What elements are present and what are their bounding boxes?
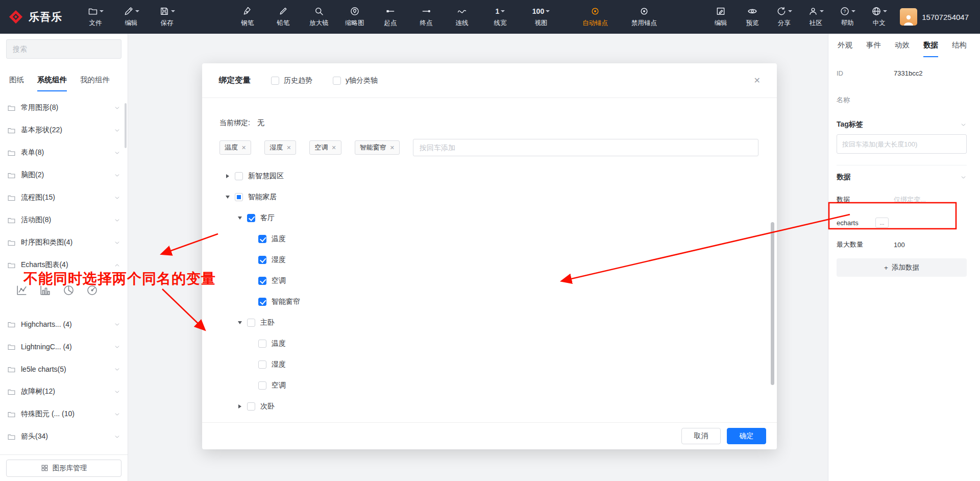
- echarts-options-button[interactable]: ...: [875, 218, 889, 228]
- chip-remove-icon[interactable]: ✕: [390, 145, 395, 151]
- topbar-share[interactable]: 分享: [768, 0, 800, 34]
- data-section-header[interactable]: 数据: [837, 173, 967, 182]
- pie-chart-icon[interactable]: [62, 284, 75, 297]
- tree-checkbox[interactable]: [258, 277, 266, 285]
- sidebar-group-common-shapes[interactable]: 常用图形(8): [0, 97, 128, 119]
- library-manage-button[interactable]: 图形库管理: [6, 460, 121, 477]
- dialog-scrollbar[interactable]: [771, 222, 774, 385]
- tree-caret-icon[interactable]: [237, 320, 243, 326]
- sidebar-group-lightningchart[interactable]: LightningC... (4): [0, 335, 128, 358]
- add-variable-input[interactable]: [413, 139, 758, 156]
- sidebar-group-highcharts[interactable]: Highcharts... (4): [0, 313, 128, 335]
- tool-magnifier[interactable]: 放大镜: [301, 0, 337, 34]
- tree-checkbox[interactable]: [235, 172, 243, 180]
- chip-temperature[interactable]: 温度 ✕: [219, 140, 251, 155]
- tab-animation[interactable]: 动效: [895, 34, 910, 57]
- tree-caret-icon[interactable]: [237, 403, 243, 410]
- sidebar-group-fault-tree[interactable]: 故障树(12): [0, 380, 128, 403]
- chip-remove-icon[interactable]: ✕: [286, 145, 291, 151]
- chip-aircon[interactable]: 空调 ✕: [309, 140, 341, 155]
- tool-disable-anchor[interactable]: 禁用锚点: [620, 0, 669, 34]
- tab-structure[interactable]: 结构: [952, 34, 967, 57]
- tree-checkbox[interactable]: [258, 340, 266, 348]
- tree-checkbox[interactable]: [258, 256, 266, 264]
- chip-smart-curtain[interactable]: 智能窗帘 ✕: [355, 140, 400, 155]
- tab-my-components[interactable]: 我的组件: [80, 69, 110, 91]
- tool-view-zoom[interactable]: 100 视图: [521, 0, 561, 34]
- checkbox[interactable]: [271, 77, 279, 85]
- data-binding-row[interactable]: 数据 仅绑定变...: [837, 192, 967, 207]
- tree-node[interactable]: 客厅: [219, 207, 758, 228]
- tree-node[interactable]: 湿度: [219, 354, 758, 375]
- sidebar-scrollbar[interactable]: [125, 103, 127, 148]
- topbar-edit-mode[interactable]: 编辑: [705, 0, 737, 34]
- tab-events[interactable]: 事件: [866, 34, 881, 57]
- tool-pen[interactable]: 钢笔: [230, 0, 265, 34]
- sidebar-group-flowchart[interactable]: 流程图(15): [0, 186, 128, 209]
- menu-edit[interactable]: 编辑: [113, 0, 149, 34]
- sidebar-group-echarts[interactable]: Echarts图表(4): [0, 254, 128, 276]
- tree-caret-icon[interactable]: [225, 173, 231, 179]
- sidebar-group-mindmap[interactable]: 脑图(2): [0, 164, 128, 186]
- tree-checkbox[interactable]: [247, 319, 255, 327]
- tree-node[interactable]: 湿度: [219, 249, 758, 270]
- tool-start-point[interactable]: 起点: [373, 0, 408, 34]
- chip-humidity[interactable]: 湿度 ✕: [264, 140, 296, 155]
- tree-node[interactable]: 温度: [219, 333, 758, 354]
- app-logo[interactable]: 乐吾乐: [0, 0, 78, 34]
- chip-remove-icon[interactable]: ✕: [241, 145, 246, 151]
- tree-checkbox[interactable]: [258, 235, 266, 243]
- tree-node[interactable]: 空调: [219, 270, 758, 291]
- sidebar-group-special[interactable]: 特殊图元 (... (10): [0, 403, 128, 425]
- history-trend-checkbox[interactable]: 历史趋势: [271, 76, 312, 85]
- topbar-community[interactable]: 社区: [800, 0, 831, 34]
- sidebar-group-activity[interactable]: 活动图(8): [0, 209, 128, 231]
- tool-minimap[interactable]: 缩略图: [337, 0, 373, 34]
- tree-node[interactable]: 主卧: [219, 312, 758, 333]
- tool-auto-anchor[interactable]: 自动锚点: [571, 0, 620, 34]
- bar-chart-icon[interactable]: [39, 284, 52, 297]
- tree-node[interactable]: 温度: [219, 228, 758, 249]
- tree-caret-icon[interactable]: [225, 194, 231, 200]
- tree-checkbox[interactable]: [258, 381, 266, 390]
- topbar-preview[interactable]: 预览: [737, 0, 768, 34]
- tool-connect-line[interactable]: 连线: [444, 0, 480, 34]
- tag-section-header[interactable]: Tag标签: [837, 120, 967, 129]
- topbar-language[interactable]: 中文: [863, 0, 895, 34]
- tab-drawings[interactable]: 图纸: [9, 69, 24, 91]
- topbar-help[interactable]: ? 帮助: [831, 0, 863, 34]
- checkbox[interactable]: [333, 77, 341, 85]
- tree-checkbox[interactable]: [247, 402, 255, 411]
- tree-caret-icon[interactable]: [237, 215, 243, 221]
- tool-end-point[interactable]: 终点: [408, 0, 444, 34]
- tab-system-components[interactable]: 系统组件: [37, 69, 67, 91]
- tree-checkbox[interactable]: [247, 214, 255, 222]
- line-chart-icon[interactable]: [15, 284, 28, 297]
- tree-checkbox[interactable]: [235, 193, 243, 201]
- sidebar-group-forms[interactable]: 表单(8): [0, 141, 128, 164]
- tree-node[interactable]: 智能家居: [219, 186, 758, 207]
- tree-node[interactable]: 智能窗帘: [219, 291, 758, 312]
- tab-data[interactable]: 数据: [923, 34, 938, 57]
- menu-file[interactable]: 文件: [78, 0, 113, 34]
- add-data-button[interactable]: + 添加数据: [837, 258, 967, 277]
- search-input[interactable]: [6, 39, 121, 59]
- tree-node[interactable]: 新智慧园区: [219, 165, 758, 186]
- tree-checkbox[interactable]: [258, 360, 266, 369]
- tree-node[interactable]: 次卧: [219, 396, 758, 417]
- y-axis-category-checkbox[interactable]: y轴分类轴: [333, 76, 378, 85]
- tree-node[interactable]: 空调: [219, 375, 758, 396]
- menu-save[interactable]: 保存: [149, 0, 185, 34]
- sidebar-group-le5le-charts[interactable]: le5le charts(5): [0, 358, 128, 380]
- tool-pencil[interactable]: 铅笔: [265, 0, 301, 34]
- tag-input[interactable]: [837, 134, 967, 154]
- gauge-chart-icon[interactable]: [86, 284, 99, 297]
- sidebar-group-basic-shapes[interactable]: 基本形状(22): [0, 119, 128, 141]
- tab-appearance[interactable]: 外观: [838, 34, 852, 57]
- sidebar-group-arrows[interactable]: 箭头(34): [0, 425, 128, 448]
- close-icon[interactable]: ✕: [752, 75, 763, 87]
- sidebar-group-sequence[interactable]: 时序图和类图(4): [0, 231, 128, 254]
- confirm-button[interactable]: 确定: [727, 428, 766, 444]
- tree-checkbox[interactable]: [258, 298, 266, 306]
- cancel-button[interactable]: 取消: [681, 428, 721, 444]
